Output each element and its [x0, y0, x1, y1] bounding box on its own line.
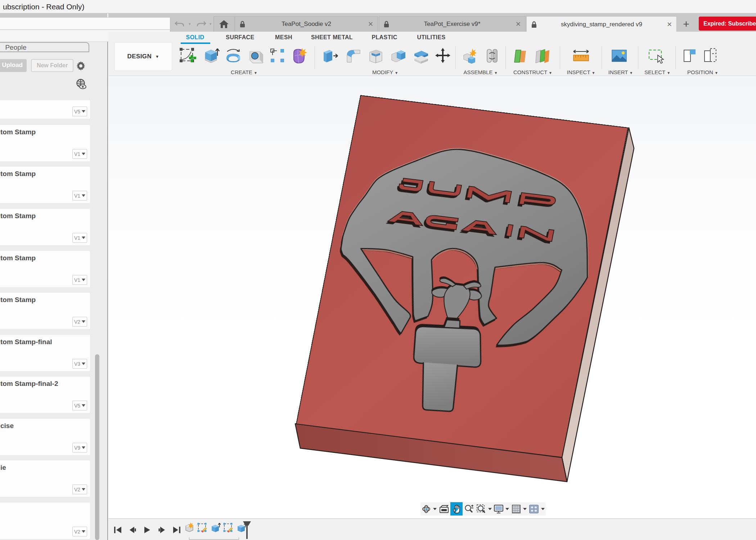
- ribbon-tab-utilities[interactable]: UTILITIES: [417, 34, 445, 41]
- ribbon-group-label-inspect[interactable]: INSPECT ▼: [567, 69, 595, 75]
- pattern-icon[interactable]: [270, 46, 285, 65]
- ribbon-group-label-assemble[interactable]: ASSEMBLE ▼: [464, 69, 498, 75]
- version-dropdown[interactable]: V2: [72, 485, 87, 494]
- data-panel-item[interactable]: tom Stamp V1: [0, 125, 90, 161]
- revolve-icon[interactable]: [224, 46, 242, 65]
- version-dropdown[interactable]: V5: [72, 107, 87, 116]
- ribbon-tab-plastic[interactable]: PLASTIC: [372, 34, 397, 41]
- version-dropdown[interactable]: V3: [72, 359, 87, 369]
- step-forward-icon[interactable]: [158, 526, 166, 534]
- undo-menu-caret[interactable]: ▾: [189, 22, 191, 26]
- new-tab-button[interactable]: +: [679, 17, 693, 31]
- ribbon-group-label-modify[interactable]: MODIFY ▼: [372, 69, 398, 75]
- document-tab-2[interactable]: TeaPot_Exercise v9* ✕: [379, 16, 526, 32]
- press-pull-icon[interactable]: [321, 46, 339, 65]
- window-zoom-icon[interactable]: [476, 502, 487, 516]
- insert-image-icon[interactable]: [610, 46, 628, 65]
- data-panel-item[interactable]: tom Stamp-final V3: [0, 335, 90, 371]
- close-tab-icon[interactable]: ✕: [368, 20, 373, 28]
- step-back-icon[interactable]: [128, 526, 137, 534]
- upload-button[interactable]: Upload: [0, 59, 27, 72]
- combine-icon[interactable]: [390, 46, 408, 65]
- move-icon[interactable]: [435, 46, 451, 65]
- data-panel-item[interactable]: cise V9: [0, 419, 90, 455]
- timeline-marker[interactable]: [242, 521, 252, 539]
- create-form-icon[interactable]: [290, 46, 308, 65]
- ribbon-tab-solid[interactable]: SOLID: [186, 34, 204, 41]
- people-tab[interactable]: People: [0, 42, 89, 52]
- shell-icon[interactable]: [367, 46, 385, 65]
- close-tab-icon[interactable]: ✕: [667, 21, 672, 28]
- extrude-icon[interactable]: [202, 46, 220, 65]
- orbit-icon[interactable]: [420, 502, 432, 516]
- fillet-icon[interactable]: [344, 46, 362, 65]
- hole-icon[interactable]: [247, 46, 265, 65]
- expired-subscribe-button[interactable]: Expired: Subscribe N: [699, 17, 756, 31]
- ribbon-group-label-create[interactable]: CREATE ▼: [231, 69, 257, 75]
- document-tab-1[interactable]: TeaPot_Soodie v2 ✕: [235, 16, 378, 32]
- workspace-selector[interactable]: DESIGN▼: [114, 42, 172, 71]
- redo-menu-caret[interactable]: ▾: [210, 22, 212, 26]
- joint-icon[interactable]: [484, 46, 500, 65]
- data-panel-item[interactable]: tom Stamp-final-2 V5: [0, 377, 90, 413]
- display-settings-icon[interactable]: [493, 502, 504, 516]
- version-dropdown[interactable]: V2: [72, 527, 87, 536]
- undo-icon[interactable]: [174, 18, 186, 29]
- ribbon-tab-sheet-metal[interactable]: SHEET METAL: [311, 34, 353, 41]
- capture-position-icon[interactable]: [682, 46, 698, 65]
- measure-icon[interactable]: [572, 46, 590, 65]
- pan-icon[interactable]: [450, 502, 463, 516]
- ribbon-tab-surface[interactable]: SURFACE: [226, 34, 254, 41]
- close-tab-icon[interactable]: ✕: [516, 20, 521, 28]
- data-panel-item[interactable]: tom Stamp V1: [0, 251, 90, 287]
- data-panel-item[interactable]: V5: [0, 100, 90, 119]
- data-panel-item[interactable]: ie V2: [0, 460, 90, 497]
- version-dropdown[interactable]: V1: [72, 149, 87, 159]
- select-icon[interactable]: [647, 46, 665, 65]
- version-dropdown[interactable]: V9: [72, 443, 87, 453]
- midplane-icon[interactable]: [534, 46, 552, 65]
- look-at-icon[interactable]: [438, 502, 450, 516]
- grid-settings-icon[interactable]: [510, 502, 522, 516]
- skip-end-icon[interactable]: [172, 526, 181, 534]
- globe-eye-icon[interactable]: [76, 78, 87, 90]
- sketch-icon[interactable]: [223, 522, 234, 533]
- redo-icon[interactable]: [195, 18, 207, 29]
- new-folder-button[interactable]: New Folder: [31, 59, 73, 72]
- data-panel-item[interactable]: tom Stamp V1: [0, 167, 90, 203]
- data-panel-item[interactable]: tom Stamp V1: [0, 209, 90, 245]
- gear-icon[interactable]: [76, 60, 86, 71]
- version-dropdown[interactable]: V1: [72, 191, 87, 201]
- zoom-icon[interactable]: [463, 502, 476, 516]
- orbit-menu-caret[interactable]: [433, 508, 437, 510]
- model-canvas[interactable]: JUMP AGAIN: [108, 76, 756, 518]
- sketch-icon[interactable]: [197, 522, 208, 533]
- new-component-icon[interactable]: [462, 46, 480, 65]
- ribbon-group-label-select[interactable]: SELECT ▼: [644, 69, 670, 75]
- display-settings-menu-caret[interactable]: [505, 508, 509, 510]
- extrude-feature-icon[interactable]: [210, 522, 221, 533]
- ribbon-group-label-insert[interactable]: INSERT ▼: [608, 69, 633, 75]
- window-zoom-menu-caret[interactable]: [488, 508, 492, 510]
- revert-position-icon[interactable]: [702, 46, 718, 65]
- skip-start-icon[interactable]: [113, 526, 122, 534]
- version-dropdown[interactable]: V1: [72, 275, 87, 285]
- component-icon[interactable]: [184, 522, 195, 533]
- version-dropdown[interactable]: V5: [72, 401, 87, 410]
- scrollbar-thumb[interactable]: [95, 354, 99, 540]
- grid-settings-menu-caret[interactable]: [523, 508, 527, 510]
- viewports-menu-caret[interactable]: [541, 508, 545, 510]
- ribbon-group-label-position[interactable]: POSITION ▼: [687, 69, 718, 75]
- create-sketch-icon[interactable]: [179, 46, 197, 65]
- ribbon-tab-mesh[interactable]: MESH: [275, 34, 292, 41]
- document-tab-3-active[interactable]: skydiving_stamp_rendered v9 ✕: [526, 16, 677, 32]
- viewports-icon[interactable]: [528, 502, 540, 516]
- home-tab-button[interactable]: [213, 16, 234, 32]
- data-panel-item[interactable]: tom Stamp V2: [0, 293, 90, 329]
- plane-icon[interactable]: [512, 46, 530, 65]
- version-dropdown[interactable]: V1: [72, 233, 87, 243]
- ribbon-group-label-construct[interactable]: CONSTRUCT ▼: [513, 69, 552, 75]
- data-panel-item[interactable]: V2: [0, 503, 90, 539]
- play-icon[interactable]: [143, 526, 152, 534]
- offset-face-icon[interactable]: [412, 46, 430, 65]
